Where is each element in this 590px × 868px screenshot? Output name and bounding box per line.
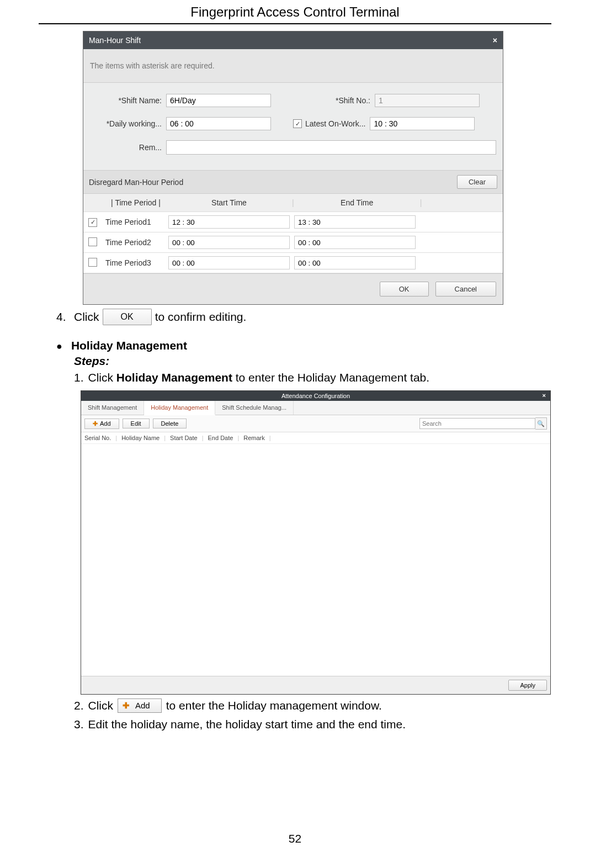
shift-name-input[interactable]: [166, 94, 271, 107]
dialog-titlebar: Man-Hour Shift ×: [83, 31, 503, 49]
ok-button[interactable]: OK: [380, 282, 429, 297]
col-period: | Time Period |: [105, 198, 166, 207]
man-hour-shift-dialog: Man-Hour Shift × The items with asterisk…: [83, 31, 503, 305]
step4-number: 4.: [56, 308, 71, 326]
step3-number: 3.: [74, 716, 84, 733]
close-icon[interactable]: ×: [493, 36, 497, 45]
required-hint: The items with asterisk are required.: [83, 49, 503, 83]
row3-name: Time Period3: [105, 258, 166, 267]
daily-working-input[interactable]: [166, 117, 271, 130]
step4-text-post: to confirm editing.: [155, 308, 247, 326]
inline-add-button: ✚ Add: [118, 698, 162, 713]
row1-checkbox[interactable]: [88, 218, 97, 227]
clear-button[interactable]: Clear: [457, 175, 497, 189]
col-holiday-name: Holiday Name: [121, 435, 160, 441]
holiday-section-title: Holiday Management: [71, 339, 187, 352]
row3-checkbox[interactable]: [88, 258, 97, 267]
col-end-date: End Date: [208, 435, 233, 441]
inline-ok-button: OK: [103, 309, 152, 325]
row3-start-input[interactable]: [168, 256, 290, 269]
table-body-empty: [81, 444, 550, 676]
step3-text: Edit the holiday name, the holiday start…: [88, 716, 406, 733]
dialog-title: Man-Hour Shift: [89, 36, 141, 45]
row1-start-input[interactable]: [168, 215, 290, 229]
tab-shift-schedule[interactable]: Shift Schedule Manag...: [215, 401, 294, 415]
dialog2-titlebar: Attendance Configuration ×: [81, 391, 550, 401]
dialog2-title: Attendance Configuration: [281, 393, 350, 399]
col-end: End Time: [294, 197, 420, 208]
attendance-config-dialog: Attendance Configuration × Shift Managem…: [81, 390, 551, 695]
close-icon[interactable]: ×: [543, 392, 546, 399]
delete-button[interactable]: Delete: [153, 419, 187, 428]
step2-number: 2.: [74, 697, 84, 714]
row1-end-input[interactable]: [294, 215, 416, 229]
tab-shift-management[interactable]: Shift Management: [81, 401, 144, 415]
tab-holiday-management[interactable]: Holiday Management: [144, 401, 215, 415]
search-icon[interactable]: 🔍: [535, 417, 547, 430]
cancel-button[interactable]: Cancel: [435, 282, 496, 297]
period-table: | Time Period | Start Time | End Time | …: [83, 194, 503, 273]
edit-button[interactable]: Edit: [123, 419, 150, 428]
daily-working-label: *Daily working...: [90, 119, 166, 128]
col-start: Start Time: [166, 197, 292, 208]
plus-icon: ✚: [93, 420, 98, 427]
latest-onwork-label: Latest On-Work...: [305, 119, 370, 128]
row2-checkbox[interactable]: [88, 237, 97, 246]
col-remark: Remark: [243, 435, 265, 441]
col-serial: Serial No.: [84, 435, 111, 441]
row2-end-input[interactable]: [294, 236, 416, 249]
column-headers: Serial No.| Holiday Name| Start Date| En…: [81, 432, 550, 444]
step2-pre: Click: [88, 697, 114, 714]
remark-input[interactable]: [166, 140, 496, 155]
plus-icon: ✚: [123, 700, 130, 712]
table-row: Time Period3: [83, 253, 503, 273]
latest-onwork-input[interactable]: [370, 117, 475, 130]
page-number: 52: [39, 832, 551, 845]
step1-number: 1.: [74, 369, 84, 387]
shift-no-label: *Shift No.:: [304, 96, 375, 105]
add-button[interactable]: ✚ Add: [84, 419, 119, 429]
step1-text: Click Holiday Management to enter the Ho…: [88, 369, 430, 387]
table-row: Time Period1: [83, 212, 503, 232]
row2-start-input[interactable]: [168, 236, 290, 249]
col-start-date: Start Date: [170, 435, 198, 441]
search-input[interactable]: [419, 418, 535, 429]
steps-label: Steps:: [74, 354, 551, 368]
row3-end-input[interactable]: [294, 256, 416, 269]
remark-label: Rem...: [90, 143, 166, 152]
disregard-section-title: Disregard Man-Hour Period: [89, 178, 183, 187]
row1-name: Time Period1: [105, 218, 166, 226]
row2-name: Time Period2: [105, 238, 166, 247]
apply-button[interactable]: Apply: [508, 680, 547, 691]
latest-onwork-checkbox[interactable]: [293, 119, 302, 128]
step2-post: to enter the Holiday management window.: [166, 697, 382, 714]
table-row: Time Period2: [83, 232, 503, 253]
bullet-icon: ●: [56, 341, 62, 352]
step4-text-pre: Click: [74, 308, 99, 326]
shift-name-label: *Shift Name:: [90, 96, 166, 105]
document-header: Fingerprint Access Control Terminal: [39, 0, 551, 24]
shift-no-input: [375, 94, 480, 107]
